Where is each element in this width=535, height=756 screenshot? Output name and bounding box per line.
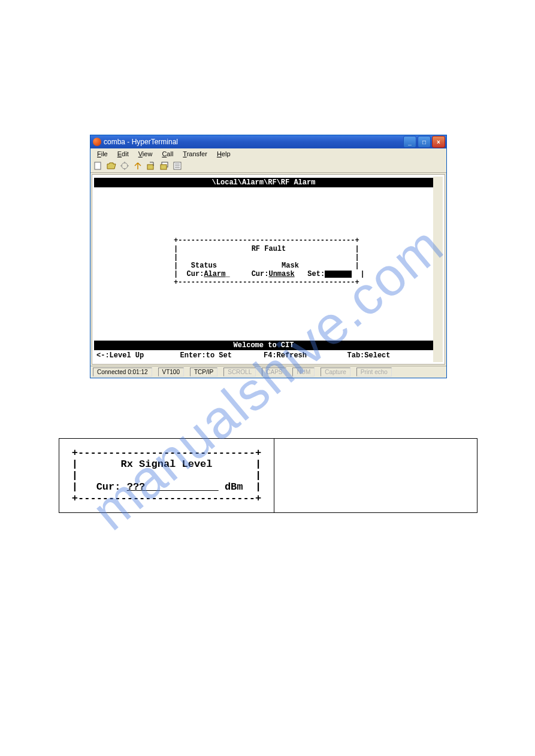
open-icon[interactable]: [107, 161, 116, 171]
status-capture: Capture: [321, 368, 350, 377]
maximize-button[interactable]: □: [418, 136, 431, 148]
mask-cur-value: Unmask: [268, 270, 294, 278]
menu-call[interactable]: Call: [158, 150, 177, 158]
menu-help[interactable]: Help: [213, 150, 235, 158]
menubar: File Edit View Call Transfer Help: [90, 148, 446, 159]
hyperterminal-window: comba - HyperTerminal _ □ × File Edit Vi…: [90, 135, 447, 378]
menu-transfer[interactable]: Transfer: [179, 150, 211, 158]
svg-rect-4: [161, 165, 167, 169]
status-label: Status: [191, 262, 217, 270]
key-tab: Tab:Select: [347, 351, 431, 360]
close-button[interactable]: ×: [432, 136, 445, 148]
menu-view[interactable]: View: [134, 150, 157, 158]
rx-unit: dBm: [225, 481, 243, 493]
status-caps: CAPS: [262, 368, 286, 377]
welcome-banner: Welcome to CIT: [94, 341, 433, 350]
status-proto: TCP/IP: [190, 368, 217, 377]
menu-file[interactable]: File: [93, 150, 112, 158]
disconnect-icon[interactable]: [133, 161, 143, 171]
status-scroll: SCROLL: [223, 368, 256, 377]
svg-point-1: [122, 163, 128, 169]
titlebar[interactable]: comba - HyperTerminal _ □ ×: [90, 135, 446, 148]
terminal-screen[interactable]: \Local\Alarm\RF\RF Alarm +--------------…: [94, 177, 443, 362]
status-term: VT100: [158, 368, 184, 377]
receive-icon[interactable]: [159, 161, 169, 171]
status-num: NUM: [292, 368, 315, 377]
svg-rect-0: [95, 162, 101, 169]
mask-cur-label: Cur:: [252, 270, 269, 278]
rf-fault-box: +---------------------------------------…: [174, 236, 353, 287]
status-connected: Connected 0:01:12: [93, 368, 152, 377]
terminal-path: \Local\Alarm\RF\RF Alarm: [94, 178, 433, 187]
rx-cur-value: ???: [127, 481, 146, 493]
mask-set-field[interactable]: [325, 271, 352, 278]
toolbar: [90, 159, 446, 173]
status-cur-value: Alarm: [204, 270, 225, 278]
rx-table: +-----------------------------+ | Rx Sig…: [59, 438, 477, 513]
mask-set-label: Set:: [307, 270, 325, 278]
rx-cur-label: Cur:: [96, 481, 121, 493]
key-levelup: <-:Level Up: [96, 351, 180, 360]
minimize-button[interactable]: _: [403, 136, 416, 148]
send-icon[interactable]: [146, 161, 156, 171]
key-enter: Enter:to Set: [180, 351, 264, 360]
statusbar: Connected 0:01:12 VT100 TCP/IP SCROLL CA…: [90, 366, 446, 378]
window-title: comba - HyperTerminal: [104, 138, 403, 146]
key-hints: <-:Level Up Enter:to Set F4:Refresh Tab:…: [94, 350, 433, 361]
rx-table-right: [274, 439, 477, 512]
rf-box-title: RF Fault: [252, 245, 286, 253]
rx-title: Rx Signal Level: [120, 459, 212, 470]
key-f4: F4:Refresh: [264, 351, 347, 360]
connect-icon[interactable]: [120, 161, 129, 171]
properties-icon[interactable]: [173, 161, 182, 171]
menu-edit[interactable]: Edit: [113, 150, 133, 158]
status-print: Print echo: [356, 368, 392, 377]
rx-table-left: +-----------------------------+ | Rx Sig…: [59, 439, 274, 512]
status-cur-label: Cur:: [187, 270, 204, 278]
mask-label: Mask: [282, 262, 299, 270]
app-icon: [93, 138, 101, 146]
svg-rect-2: [147, 165, 153, 169]
new-icon[interactable]: [93, 161, 103, 171]
